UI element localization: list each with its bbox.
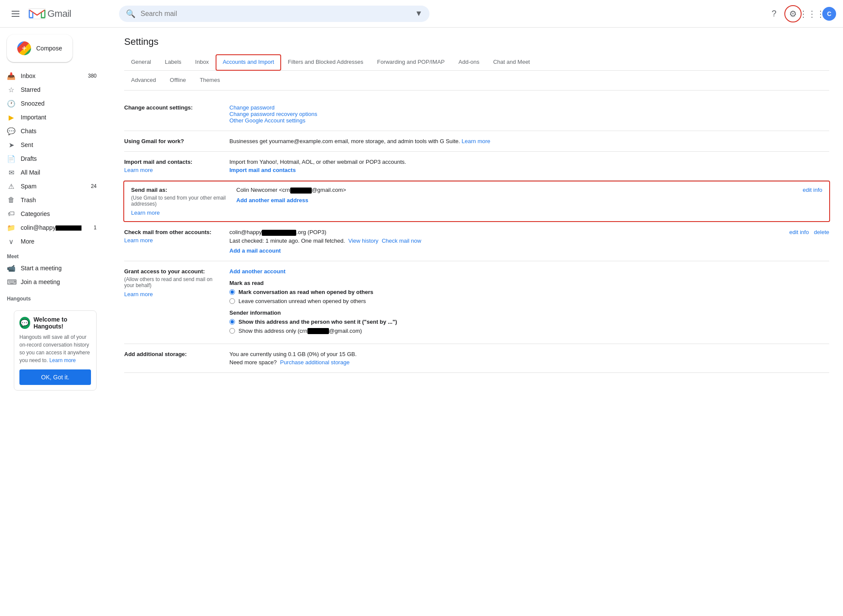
radio-show-only-label: Show this address only (crn@gmail.com)	[238, 328, 362, 335]
sidebar-item-sent[interactable]: ➤ Sent	[0, 138, 103, 152]
gmail-logo[interactable]: Gmail	[28, 8, 71, 20]
link-add-another-account[interactable]: Add another account	[229, 268, 285, 275]
sidebar-item-important[interactable]: ▶ Important	[0, 110, 103, 124]
header-right: ? ⚙ ⋮⋮⋮ C	[765, 5, 836, 22]
sidebar-item-chats[interactable]: 💬 Chats	[0, 124, 103, 138]
link-other-google[interactable]: Other Google Account settings	[229, 117, 305, 124]
need-more-text: Need more space?	[229, 359, 277, 366]
link-add-mail-account[interactable]: Add a mail account	[229, 247, 281, 254]
hangouts-title: Hangouts	[7, 292, 103, 303]
radio-row-mark-read: Mark conversation as read when opened by…	[229, 289, 829, 295]
search-input[interactable]	[141, 10, 410, 18]
section-change-account: Change account settings: Change password…	[124, 97, 829, 131]
link-change-password[interactable]: Change password	[229, 104, 275, 111]
radio-leave-unread-label: Leave conversation unread when opened by…	[238, 298, 366, 304]
link-grant-learn-more[interactable]: Learn more	[124, 291, 153, 297]
link-purchase-storage[interactable]: Purchase additional storage	[280, 359, 349, 366]
radio-mark-read[interactable]	[229, 289, 235, 295]
sidebar-item-more[interactable]: ∨ More	[0, 235, 103, 248]
gmail-m-icon	[28, 8, 46, 20]
hangouts-ok-button[interactable]: OK, Got it.	[19, 369, 91, 385]
link-view-history[interactable]: View history	[348, 238, 379, 244]
search-dropdown-icon[interactable]: ▼	[415, 9, 423, 18]
section-content-send-mail: Colin Newcomer <crn@gmail.com> edit info…	[236, 187, 822, 216]
hangouts-widget: 💬 Welcome to Hangouts! Hangouts will sav…	[14, 310, 97, 391]
sent-icon: ➤	[7, 141, 16, 149]
link-gsuite-learn-more[interactable]: Learn more	[462, 138, 490, 144]
section-content-gmail-work: Businesses get yourname@example.com emai…	[229, 138, 829, 144]
link-check-mail-learn-more[interactable]: Learn more	[124, 237, 153, 244]
mark-as-read-group: Mark conversation as read when opened by…	[229, 289, 829, 304]
custom-label: colin@happy	[21, 224, 88, 231]
link-check-mail-now[interactable]: Check mail now	[382, 238, 421, 244]
radio-row-show-both: Show this address and the person who sen…	[229, 319, 829, 325]
settings-icon: ⚙	[789, 9, 797, 19]
tab-chat[interactable]: Chat and Meet	[486, 54, 537, 71]
starred-icon: ☆	[7, 86, 16, 94]
sidebar-item-starred[interactable]: ☆ Starred	[0, 83, 103, 97]
drafts-icon: 📄	[7, 155, 16, 163]
tab-labels[interactable]: Labels	[158, 54, 188, 71]
tab-filters[interactable]: Filters and Blocked Addresses	[281, 54, 370, 71]
link-change-recovery[interactable]: Change password recovery options	[229, 111, 317, 117]
chats-icon: 💬	[7, 127, 16, 135]
sidebar-item-start-meeting[interactable]: 📹 Start a meeting	[7, 261, 97, 275]
tab-general[interactable]: General	[124, 54, 158, 71]
link-send-mail-learn-more[interactable]: Learn more	[131, 210, 160, 216]
settings-tabs-row2: Advanced Offline Themes	[124, 71, 829, 91]
link-import-learn-more[interactable]: Learn more	[124, 167, 153, 173]
link-check-edit-info[interactable]: edit info	[789, 229, 809, 235]
radio-show-only[interactable]	[229, 328, 235, 334]
inbox-count: 380	[88, 73, 97, 79]
start-meeting-label: Start a meeting	[21, 265, 62, 272]
tab-addons[interactable]: Add-ons	[451, 54, 486, 71]
apps-button[interactable]: ⋮⋮⋮	[803, 5, 821, 22]
start-meeting-icon: 📹	[7, 264, 16, 272]
tab-advanced[interactable]: Advanced	[124, 72, 163, 89]
send-mail-sub: (Use Gmail to send from your other email…	[131, 195, 226, 207]
sidebar-item-spam[interactable]: ⚠ Spam 24	[0, 179, 103, 193]
link-edit-info[interactable]: edit info	[802, 187, 822, 193]
link-import-contacts[interactable]: Import mail and contacts	[229, 167, 296, 173]
check-email-censored	[262, 230, 296, 236]
storage-purchase-row: Need more space? Purchase additional sto…	[229, 359, 829, 366]
check-mail-actions: edit info delete	[789, 229, 829, 235]
compose-button[interactable]: + Compose	[7, 34, 72, 62]
drafts-label: Drafts	[21, 155, 97, 162]
radio-show-both[interactable]	[229, 319, 235, 325]
help-icon: ?	[771, 9, 776, 19]
search-icon: 🔍	[126, 9, 135, 19]
sidebar-item-snoozed[interactable]: 🕐 Snoozed	[0, 97, 103, 110]
sidebar-item-join-meeting[interactable]: ⌨ Join a meeting	[7, 275, 97, 289]
storage-usage-text: You are currently using 0.1 GB (0%) of y…	[229, 351, 829, 357]
compose-label: Compose	[36, 45, 62, 52]
avatar[interactable]: C	[822, 7, 836, 21]
section-storage: Add additional storage: You are currentl…	[124, 344, 829, 373]
link-add-email[interactable]: Add another email address	[236, 197, 308, 203]
sidebar-item-inbox[interactable]: 📥 Inbox 380	[0, 69, 103, 83]
tab-themes[interactable]: Themes	[193, 72, 227, 89]
meet-section: Meet 📹 Start a meeting ⌨ Join a meeting	[0, 248, 110, 289]
check-mail-top-row: colin@happy.org (POP3) edit info delete	[229, 229, 829, 236]
sender-info-title: Sender information	[229, 310, 829, 316]
hamburger-button[interactable]	[7, 5, 24, 22]
radio-leave-unread[interactable]	[229, 298, 235, 304]
sidebar-item-drafts[interactable]: 📄 Drafts	[0, 152, 103, 166]
snoozed-icon: 🕐	[7, 100, 16, 108]
section-label-send-mail: Send mail as: (Use Gmail to send from yo…	[131, 187, 226, 216]
check-mail-email: colin@happy.org (POP3)	[229, 229, 326, 236]
spam-label: Spam	[21, 183, 86, 190]
hangouts-learn-more[interactable]: Learn more	[49, 357, 75, 363]
settings-tabs-row1: General Labels Inbox Accounts and Import…	[124, 54, 829, 71]
tab-accounts[interactable]: Accounts and Import	[216, 54, 281, 71]
link-check-delete[interactable]: delete	[814, 229, 829, 235]
sidebar-item-trash[interactable]: 🗑 Trash	[0, 193, 103, 207]
sidebar-item-custom[interactable]: 📁 colin@happy 1	[0, 221, 103, 235]
tab-forwarding[interactable]: Forwarding and POP/IMAP	[370, 54, 451, 71]
sidebar-item-allmail[interactable]: ✉ All Mail	[0, 166, 103, 179]
sidebar-item-categories[interactable]: 🏷 Categories	[0, 207, 103, 221]
help-button[interactable]: ?	[765, 5, 783, 22]
tab-offline[interactable]: Offline	[163, 72, 193, 89]
tab-inbox[interactable]: Inbox	[188, 54, 216, 71]
section-send-mail-as: Send mail as: (Use Gmail to send from yo…	[123, 181, 830, 222]
